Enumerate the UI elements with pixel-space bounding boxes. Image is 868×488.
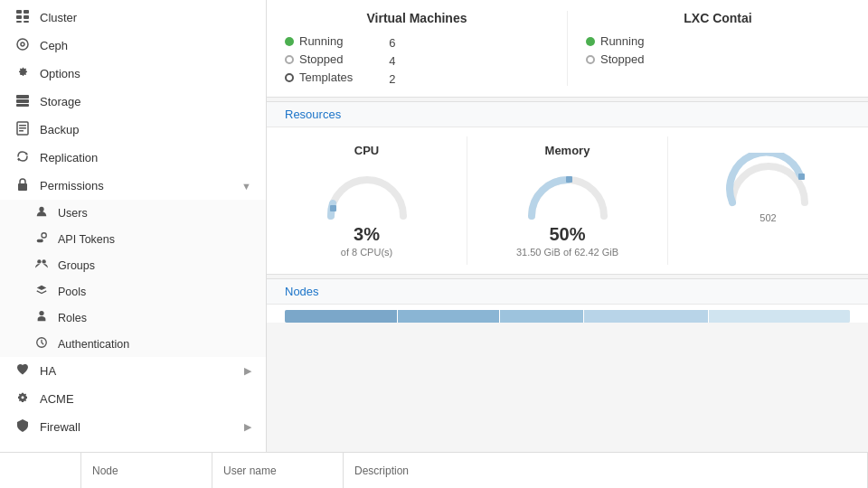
svg-rect-17 [18, 183, 27, 191]
svg-rect-27 [566, 176, 572, 183]
cpu-percent: 3% [354, 224, 380, 245]
ha-icon [14, 362, 31, 380]
memory-sub: 31.50 GiB of 62.42 GiB [516, 247, 618, 258]
nodes-header: Nodes [267, 278, 868, 305]
nodes-section: Nodes [267, 278, 868, 323]
memory-resource: Memory 50% 31.50 GiB of 62.42 GiB [467, 136, 668, 265]
vm-running-dot [285, 37, 294, 46]
acme-icon [14, 390, 31, 408]
svg-point-21 [37, 259, 41, 263]
svg-point-23 [39, 311, 43, 315]
sidebar-item-ceph[interactable]: Ceph [0, 32, 266, 60]
roles-icon [34, 310, 49, 325]
svg-point-7 [21, 42, 24, 46]
firewall-icon [14, 418, 31, 436]
sidebar-item-storage-label: Storage [40, 95, 81, 108]
lxc-stopped-label: Stopped [600, 52, 644, 66]
vm-stopped-count: 4 [389, 54, 395, 68]
cpu-label: CPU [354, 144, 379, 157]
ha-chevron-icon: ▶ [244, 365, 251, 377]
svg-rect-9 [16, 99, 29, 103]
sidebar-item-ha[interactable]: HA ▶ [0, 357, 266, 385]
vm-stopped-row: Stopped [285, 52, 353, 66]
vm-templates-row: Templates [285, 70, 353, 84]
third-gauge [723, 153, 814, 207]
sidebar-item-backup[interactable]: Backup [0, 116, 266, 144]
sidebar-item-storage[interactable]: Storage [0, 88, 266, 116]
svg-rect-0 [16, 10, 22, 14]
sidebar-item-users[interactable]: Users [0, 200, 266, 226]
sidebar-item-authentication[interactable]: Authentication [0, 331, 266, 357]
sidebar-item-replication-label: Replication [40, 151, 98, 164]
sidebar-item-acme-label: ACME [40, 392, 74, 406]
sidebar-item-acme[interactable]: ACME [0, 385, 266, 413]
svg-rect-28 [798, 174, 805, 180]
svg-rect-10 [16, 104, 29, 107]
sidebar-item-pools[interactable]: Pools [0, 278, 266, 305]
bottom-col-username: User name [212, 453, 344, 488]
replication-icon [14, 149, 31, 166]
vm-title: Virtual Machines [285, 11, 549, 25]
vm-running-count: 6 [389, 36, 395, 50]
pools-icon [34, 284, 49, 299]
sidebar-item-permissions-label: Permissions [40, 179, 104, 192]
lxc-stopped-dot [586, 55, 595, 64]
third-gauge-svg [723, 153, 814, 207]
lxc-running-row: Running [586, 34, 850, 48]
vm-running-label: Running [299, 34, 343, 48]
svg-rect-5 [24, 21, 29, 23]
lxc-panel: LXC Contai Running Stopped [568, 11, 850, 86]
api-tokens-icon [34, 231, 49, 247]
vm-templates-count: 2 [389, 72, 395, 86]
cpu-gauge-svg [322, 166, 412, 221]
main-content: Virtual Machines Running Stopped [267, 0, 868, 488]
groups-icon [34, 258, 49, 273]
sidebar-item-permissions[interactable]: Permissions ▼ [0, 172, 266, 200]
sidebar-item-api-tokens-label: API Tokens [58, 233, 115, 246]
node-bar-2 [398, 310, 500, 323]
sidebar-item-groups-label: Groups [58, 259, 95, 272]
bottom-col-node: Node [81, 453, 212, 488]
bottom-col-empty [0, 453, 81, 488]
lxc-running-label: Running [600, 34, 644, 48]
svg-rect-3 [24, 15, 29, 19]
lxc-title: LXC Contai [586, 11, 850, 25]
storage-icon [14, 93, 31, 110]
sidebar-item-backup-label: Backup [40, 123, 79, 136]
svg-rect-1 [24, 10, 29, 14]
node-bar-4 [584, 310, 709, 323]
sidebar-item-firewall-label: Firewall [40, 420, 80, 434]
sidebar-item-replication[interactable]: Replication [0, 144, 266, 172]
svg-point-22 [42, 259, 45, 263]
resources-section: Resources CPU 3% [267, 101, 868, 275]
svg-rect-14 [19, 130, 24, 132]
sidebar-item-firewall[interactable]: Firewall ▶ [0, 413, 266, 441]
svg-point-20 [42, 233, 46, 238]
sidebar-item-groups[interactable]: Groups [0, 252, 266, 278]
sidebar: Cluster Ceph Options Storage [0, 0, 267, 488]
svg-rect-13 [19, 127, 26, 129]
sidebar-item-ha-label: HA [40, 364, 56, 378]
sidebar-item-roles-label: Roles [58, 312, 87, 324]
permissions-icon [14, 177, 31, 194]
users-icon [34, 205, 49, 221]
svg-rect-26 [330, 205, 336, 211]
authentication-icon [34, 336, 49, 352]
sidebar-item-ceph-label: Ceph [40, 39, 68, 52]
options-icon [14, 65, 31, 82]
sidebar-item-api-tokens[interactable]: API Tokens [0, 226, 266, 252]
sidebar-item-cluster-label: Cluster [40, 11, 77, 24]
third-sub: 502 [760, 212, 776, 223]
svg-point-6 [17, 39, 28, 50]
sidebar-item-roles[interactable]: Roles [0, 305, 266, 331]
sidebar-item-options[interactable]: Options [0, 60, 266, 88]
node-bar-5 [709, 310, 850, 323]
permissions-chevron-icon: ▼ [241, 181, 251, 192]
sidebar-item-cluster[interactable]: Cluster [0, 4, 266, 32]
svg-point-25 [22, 396, 24, 399]
svg-rect-12 [19, 125, 26, 127]
cluster-icon [14, 9, 31, 26]
memory-gauge [523, 166, 613, 221]
memory-percent: 50% [549, 224, 585, 245]
ceph-icon [14, 37, 31, 54]
